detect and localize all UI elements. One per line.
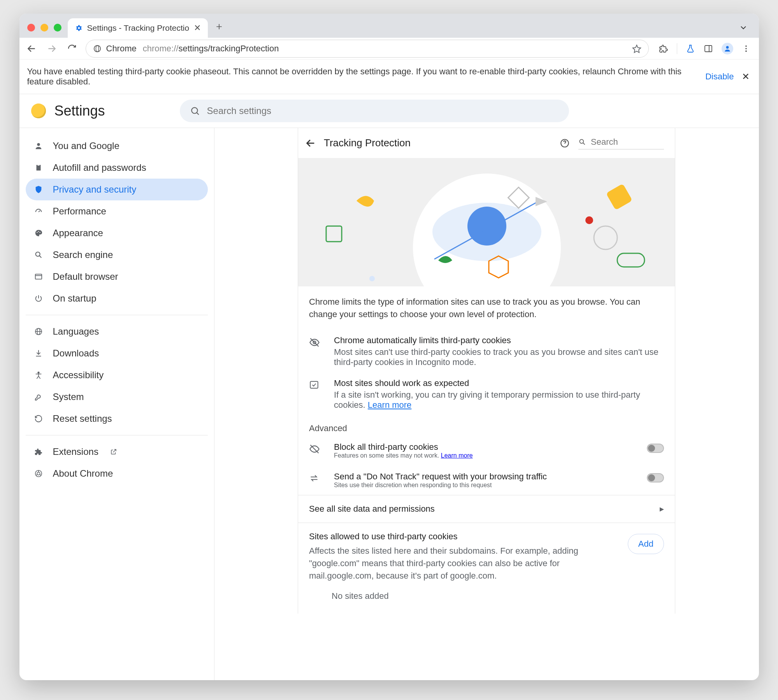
svg-point-2 <box>94 45 100 52</box>
settings-sidebar: You and Google Autofill and passwords Pr… <box>19 128 214 680</box>
nav-separator <box>26 315 208 315</box>
sidebar-item-accessibility[interactable]: Accessibility <box>26 364 208 386</box>
minimize-window-button[interactable] <box>40 24 48 32</box>
page-search[interactable] <box>578 137 664 149</box>
block-all-toggle[interactable] <box>647 444 664 453</box>
see-all-site-data-link[interactable]: See all site data and permissions ▸ <box>298 495 675 523</box>
toggle-title: Block all third-party cookies <box>334 442 638 452</box>
sidebar-item-downloads[interactable]: Downloads <box>26 342 208 364</box>
browser-tab[interactable]: Settings - Tracking Protectio ✕ <box>68 18 208 38</box>
svg-point-9 <box>745 48 747 49</box>
search-icon <box>190 106 200 116</box>
sidebar-item-label: Languages <box>53 326 99 337</box>
tab-overflow-button[interactable] <box>739 23 754 38</box>
sidebar-item-extensions[interactable]: Extensions <box>26 441 208 463</box>
sidebar-item-you-and-google[interactable]: You and Google <box>26 135 208 157</box>
new-tab-button[interactable]: ＋ <box>208 19 228 38</box>
info-title: Most sites should work as expected <box>334 378 664 388</box>
sidebar-item-label: Autofill and passwords <box>53 162 146 173</box>
sidebar-item-label: Default browser <box>53 271 118 282</box>
sidebar-item-autofill[interactable]: Autofill and passwords <box>26 157 208 179</box>
learn-more-link[interactable]: Learn more <box>441 452 473 459</box>
site-info-icon[interactable] <box>93 44 102 53</box>
svg-point-13 <box>37 143 40 146</box>
banner-close-icon[interactable]: ✕ <box>740 70 751 84</box>
svg-point-7 <box>726 46 729 49</box>
settings-search-input[interactable] <box>206 105 559 117</box>
sidebar-item-label: Accessibility <box>53 370 104 381</box>
sidebar-item-about[interactable]: About Chrome <box>26 463 208 484</box>
gear-icon <box>75 24 83 32</box>
page-title: Tracking Protection <box>324 137 411 149</box>
svg-line-33 <box>37 376 39 379</box>
toolbar-actions <box>656 43 753 54</box>
sidebar-item-appearance[interactable]: Appearance <box>26 222 208 244</box>
sidebar-item-reset[interactable]: Reset settings <box>26 408 208 430</box>
svg-rect-5 <box>705 46 712 52</box>
window-controls <box>24 24 68 38</box>
learn-more-link[interactable]: Learn more <box>368 400 412 410</box>
labs-icon[interactable] <box>686 44 695 53</box>
sidebar-item-privacy[interactable]: Privacy and security <box>26 179 208 200</box>
info-body: Most sites can't use third-party cookies… <box>334 347 659 367</box>
link-label: See all site data and permissions <box>309 504 435 514</box>
forward-button[interactable] <box>45 42 58 55</box>
fullscreen-window-button[interactable] <box>54 24 61 32</box>
close-window-button[interactable] <box>27 24 35 32</box>
history-icon <box>33 414 44 423</box>
svg-point-10 <box>745 50 747 52</box>
sidebar-item-performance[interactable]: Performance <box>26 200 208 222</box>
sidebar-item-search-engine[interactable]: Search engine <box>26 244 208 266</box>
address-bar[interactable]: Chrome chrome://settings/trackingProtect… <box>86 40 649 58</box>
arrows-icon <box>309 472 325 483</box>
chrome-logo-icon <box>31 104 46 118</box>
svg-rect-60 <box>310 381 318 388</box>
puzzle-icon <box>33 447 44 456</box>
banner-disable-link[interactable]: Disable <box>705 72 734 82</box>
svg-rect-49 <box>326 226 342 242</box>
svg-point-47 <box>467 207 506 246</box>
profile-avatar[interactable] <box>722 43 733 54</box>
svg-line-39 <box>39 474 41 475</box>
separator <box>677 43 677 54</box>
sidebar-item-label: Extensions <box>53 446 98 457</box>
sidebar-item-default-browser[interactable]: Default browser <box>26 266 208 288</box>
help-icon[interactable] <box>560 138 570 148</box>
settings-search[interactable] <box>180 100 569 122</box>
page-header: Tracking Protection <box>298 128 675 158</box>
window-icon <box>33 272 44 281</box>
bookmark-icon[interactable] <box>632 44 641 53</box>
speedometer-icon <box>33 207 44 216</box>
back-button[interactable] <box>25 42 38 55</box>
toggle-body: Features on some sites may not work. <box>334 452 439 459</box>
reload-button[interactable] <box>65 42 79 55</box>
svg-point-54 <box>594 226 617 249</box>
svg-rect-22 <box>35 274 42 279</box>
side-panel-icon[interactable] <box>704 44 713 53</box>
dnt-toggle[interactable] <box>647 473 664 482</box>
toggle-body: Sites use their discretion when respondi… <box>334 482 492 488</box>
sidebar-item-on-startup[interactable]: On startup <box>26 288 208 309</box>
kebab-menu-icon[interactable] <box>742 44 750 53</box>
nav-separator <box>26 435 208 435</box>
sidebar-item-languages[interactable]: Languages <box>26 321 208 342</box>
svg-point-53 <box>585 216 593 224</box>
sidebar-item-label: System <box>53 391 84 402</box>
info-title: Chrome automatically limits third-party … <box>334 335 664 346</box>
external-link-icon <box>110 448 117 455</box>
close-tab-icon[interactable]: ✕ <box>194 23 201 33</box>
svg-point-57 <box>369 276 375 281</box>
svg-line-38 <box>36 474 37 475</box>
sidebar-item-label: Downloads <box>53 348 99 359</box>
add-site-button[interactable]: Add <box>628 534 664 554</box>
back-icon[interactable] <box>305 138 316 149</box>
search-icon <box>33 251 44 259</box>
sidebar-item-label: You and Google <box>53 140 119 151</box>
person-icon <box>33 142 44 150</box>
svg-line-12 <box>197 113 198 115</box>
svg-point-8 <box>745 45 747 47</box>
sidebar-item-label: Search engine <box>53 249 113 260</box>
sidebar-item-system[interactable]: System <box>26 386 208 408</box>
extensions-icon[interactable] <box>659 44 668 53</box>
page-search-input[interactable] <box>590 137 664 147</box>
